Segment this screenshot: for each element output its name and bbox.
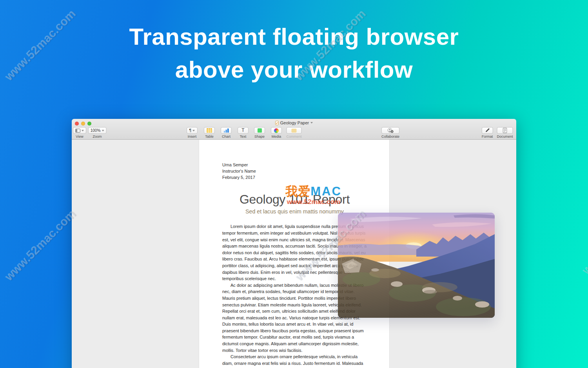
format-brush-icon <box>485 128 490 133</box>
mountain-sunset-photo <box>338 213 495 318</box>
hero-title-line2: above your workflow <box>0 53 588 86</box>
document-icon <box>503 128 507 133</box>
toolbar-format-label: Format <box>482 135 493 138</box>
zoom-value: 100% <box>91 128 101 133</box>
toolbar-document[interactable]: Document <box>497 127 513 138</box>
hero-headline: Transparent floating browser above your … <box>0 20 588 86</box>
toolbar-collaborate[interactable]: Collaborate <box>381 127 399 138</box>
floating-browser-image[interactable] <box>338 213 495 318</box>
chevron-down-icon <box>192 130 195 131</box>
toolbar: View 100% Zoom ¶ Insert <box>72 126 516 138</box>
window-title: Geology Paper <box>280 120 309 125</box>
chart-icon <box>224 128 229 133</box>
media-colorwheel-icon <box>274 128 279 133</box>
doc-author[interactable]: Urna Semper <box>222 162 367 168</box>
table-icon <box>207 128 212 133</box>
toolbar-zoom[interactable]: 100% Zoom <box>88 127 107 138</box>
titlebar: Geology Paper <box>72 120 516 126</box>
doc-instructor[interactable]: Instructor's Name <box>222 168 367 175</box>
collaborate-person-icon <box>387 128 394 133</box>
title-chevron-icon[interactable] <box>310 122 313 124</box>
hero-title-line1: Transparent floating browser <box>0 20 588 53</box>
toolbar-text-label: Text <box>238 135 249 138</box>
window-chrome: Geology Paper View 100% Zoo <box>72 119 516 140</box>
text-tool-icon: T <box>241 128 244 133</box>
shape-icon <box>258 128 262 133</box>
toolbar-view-label: View <box>73 135 86 138</box>
toolbar-document-label: Document <box>497 135 513 138</box>
toolbar-text[interactable]: T Text <box>238 127 249 138</box>
toolbar-chart-label: Chart <box>221 135 232 138</box>
toolbar-shape[interactable]: Shape <box>254 127 265 138</box>
toolbar-media[interactable]: Media <box>271 127 282 138</box>
site-watermark: www.52mac.com <box>579 201 588 277</box>
doc-paragraph[interactable]: Consectetuer arcu ipsum ornare pellentes… <box>222 353 367 368</box>
toolbar-media-label: Media <box>271 135 282 138</box>
toolbar-table[interactable]: Table <box>204 127 215 138</box>
chevron-down-icon <box>82 130 84 131</box>
comment-icon <box>291 129 296 133</box>
toolbar-shape-label: Shape <box>254 135 265 138</box>
toolbar-zoom-label: Zoom <box>88 135 107 138</box>
doc-date[interactable]: February 5, 2017 <box>222 175 367 181</box>
toolbar-format[interactable]: Format <box>482 127 493 138</box>
toolbar-table-label: Table <box>204 135 215 138</box>
toolbar-view[interactable]: View <box>73 127 86 138</box>
chevron-down-icon <box>102 130 104 131</box>
toolbar-insert-label: Insert <box>187 135 198 138</box>
canvas-margin-left <box>72 140 199 368</box>
toolbar-comment[interactable]: Comment <box>286 127 301 138</box>
toolbar-collaborate-label: Collaborate <box>381 135 399 138</box>
pilcrow-icon: ¶ <box>189 128 192 133</box>
toolbar-chart[interactable]: Chart <box>221 127 232 138</box>
pages-doc-icon <box>275 121 279 125</box>
toolbar-comment-label: Comment <box>286 135 301 138</box>
toolbar-insert[interactable]: ¶ Insert <box>187 127 198 138</box>
site-watermark: www.52mac.com <box>2 207 78 283</box>
doc-title[interactable]: Geology 101 Report <box>222 192 367 206</box>
view-panel-icon <box>75 129 80 133</box>
